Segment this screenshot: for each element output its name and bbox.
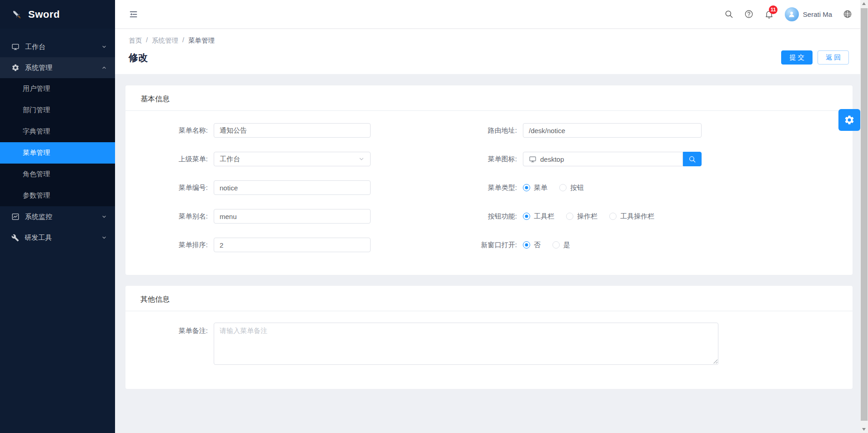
back-button[interactable]: 返 回 [818, 50, 849, 65]
theme-settings-button[interactable] [838, 109, 860, 131]
sidebar-item-workbench[interactable]: 工作台 [0, 36, 115, 57]
radio-label: 菜单 [534, 184, 547, 192]
desktop-icon [529, 155, 537, 163]
radio-menu-type-menu[interactable]: 菜单 [523, 184, 547, 192]
sidebar-item-menu-management[interactable]: 菜单管理 [0, 142, 115, 164]
sort-input[interactable] [214, 238, 371, 252]
radio-label: 按钮 [570, 184, 584, 192]
route-input[interactable] [523, 123, 702, 138]
other-info-card: 其他信息 菜单备注: [125, 286, 853, 389]
notification-badge: 11 [769, 5, 778, 14]
breadcrumb-home[interactable]: 首页 [129, 36, 142, 45]
content-area: 基本信息 菜单名称: 路由地址: 上级菜单: 工作台 菜单图标: [115, 74, 860, 433]
radio-label: 操作栏 [577, 212, 597, 221]
radio-menu-type-button[interactable]: 按钮 [559, 184, 584, 192]
title-row: 修改 提 交 返 回 [115, 45, 860, 65]
top-bar: 11 Serati Ma [115, 0, 860, 29]
section-divider [125, 311, 853, 311]
menu-code-input[interactable] [214, 180, 371, 195]
new-window-label: 新窗口打开: [437, 241, 523, 249]
language-button[interactable] [843, 10, 852, 19]
sidebar-item-user-management[interactable]: 用户管理 [0, 78, 115, 100]
sidebar-item-label: 研发工具 [25, 234, 52, 242]
chevron-down-icon [101, 235, 107, 240]
sidebar-item-label: 字典管理 [23, 127, 50, 136]
sidebar-item-label: 菜单管理 [23, 149, 50, 157]
menu-code-label: 菜单编号: [128, 184, 214, 192]
notifications-button[interactable]: 11 [764, 10, 774, 19]
search-button[interactable] [724, 10, 733, 19]
user-menu[interactable]: Serati Ma [785, 7, 832, 21]
menu-name-input[interactable] [214, 123, 371, 138]
scrollbar-thumb[interactable] [861, 8, 868, 421]
sidebar-collapse-button[interactable] [129, 10, 138, 19]
globe-icon [843, 10, 852, 19]
field-menu-name: 菜单名称: [128, 123, 371, 138]
menu-icon-input[interactable]: desktop [523, 152, 683, 166]
menu-alias-input[interactable] [214, 209, 371, 224]
parent-menu-select[interactable]: 工作台 [214, 152, 371, 166]
sword-logo-icon [11, 9, 23, 20]
breadcrumb-separator: / [146, 36, 148, 45]
icon-search-button[interactable] [683, 152, 702, 166]
chevron-down-icon [101, 214, 107, 219]
sidebar-item-param-management[interactable]: 参数管理 [0, 185, 115, 206]
field-button-func: 按钮功能: 工具栏 操作栏 工具操作栏 [437, 209, 654, 224]
field-menu-code: 菜单编号: [128, 180, 371, 195]
field-sort: 菜单排序: [128, 238, 371, 252]
scrollbar[interactable] [860, 0, 868, 433]
basic-info-card: 基本信息 菜单名称: 路由地址: 上级菜单: 工作台 菜单图标: [125, 85, 853, 275]
scrollbar-up-arrow[interactable] [862, 2, 866, 5]
person-icon [788, 10, 796, 18]
sidebar-item-dept-management[interactable]: 部门管理 [0, 100, 115, 121]
title-actions: 提 交 返 回 [781, 50, 849, 65]
sidebar-item-label: 部门管理 [23, 106, 50, 114]
breadcrumb-system[interactable]: 系统管理 [152, 36, 178, 45]
page-header: 首页 / 系统管理 / 菜单管理 修改 提 交 返 回 [115, 29, 860, 74]
gear-icon [844, 114, 855, 125]
new-window-radio-group: 否 是 [523, 241, 570, 249]
radio-button-func-actionbar[interactable]: 操作栏 [566, 212, 597, 221]
radio-new-window-no[interactable]: 否 [523, 241, 541, 249]
sidebar-item-system-monitor[interactable]: 系统监控 [0, 206, 115, 227]
radio-dot [566, 213, 573, 220]
remark-textarea-wrap [214, 323, 718, 366]
sidebar-item-dev-tools[interactable]: 研发工具 [0, 227, 115, 248]
menu-type-radio-group: 菜单 按钮 [523, 184, 584, 192]
radio-label: 否 [534, 241, 541, 249]
field-route: 路由地址: [437, 123, 702, 138]
remark-textarea[interactable] [214, 323, 718, 365]
sidebar-item-label: 系统管理 [25, 64, 52, 72]
section-divider [125, 110, 853, 111]
radio-button-func-toolbar[interactable]: 工具栏 [523, 212, 554, 221]
scrollbar-down-arrow[interactable] [862, 428, 866, 431]
field-parent-menu: 上级菜单: 工作台 [128, 152, 371, 166]
menu-icon-label: 菜单图标: [437, 155, 523, 164]
route-label: 路由地址: [437, 126, 523, 135]
parent-menu-label: 上级菜单: [128, 155, 214, 164]
radio-dot [523, 241, 530, 249]
brand[interactable]: Sword [0, 0, 115, 29]
section-title-basic: 基本信息 [125, 85, 853, 104]
chevron-up-icon [101, 65, 107, 70]
search-icon [724, 10, 733, 19]
sidebar-item-system-management[interactable]: 系统管理 [0, 57, 115, 78]
radio-label: 工具操作栏 [620, 212, 654, 221]
field-remark: 菜单备注: [128, 323, 718, 366]
help-icon [744, 10, 753, 19]
radio-button-func-tool-actionbar[interactable]: 工具操作栏 [609, 212, 654, 221]
radio-new-window-yes[interactable]: 是 [552, 241, 570, 249]
chevron-down-icon [101, 44, 107, 50]
help-button[interactable] [744, 10, 753, 19]
field-menu-icon: 菜单图标: desktop [437, 152, 702, 166]
brand-name: Sword [28, 9, 60, 20]
field-new-window: 新窗口打开: 否 是 [437, 238, 570, 252]
remark-label: 菜单备注: [128, 323, 214, 366]
sidebar-item-dict-management[interactable]: 字典管理 [0, 121, 115, 142]
submit-button[interactable]: 提 交 [781, 50, 813, 65]
radio-dot [552, 241, 560, 249]
sort-label: 菜单排序: [128, 241, 214, 249]
sidebar-item-label: 系统监控 [25, 213, 52, 221]
menu-type-label: 菜单类型: [437, 184, 523, 192]
sidebar-item-role-management[interactable]: 角色管理 [0, 164, 115, 185]
